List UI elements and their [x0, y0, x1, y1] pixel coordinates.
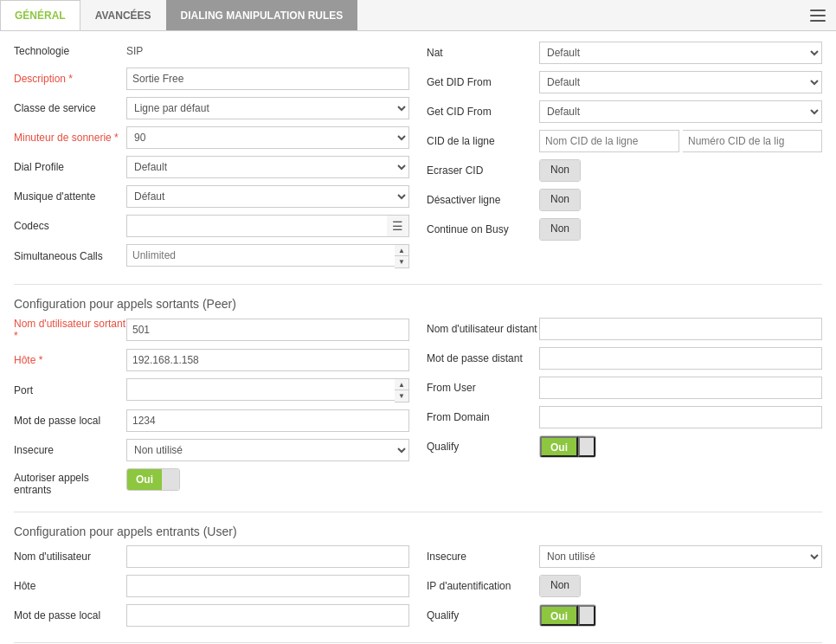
- nom-utilisateur-inbound-input[interactable]: [126, 545, 409, 568]
- qualify-outbound-non-btn[interactable]: [578, 436, 595, 457]
- port-input[interactable]: [126, 378, 395, 401]
- codecs-label: Codecs: [14, 220, 126, 232]
- mot-passe-distant-label: Mot de passe distant: [427, 352, 539, 364]
- cid-ligne-label: CID de la ligne: [427, 135, 539, 147]
- nat-label: Nat: [427, 47, 539, 59]
- mot-passe-local-outbound-input[interactable]: [126, 409, 409, 432]
- from-domain-label: From Domain: [427, 411, 539, 423]
- tab-general[interactable]: GÉNÉRAL: [0, 0, 80, 30]
- cid-num-input[interactable]: [683, 130, 822, 152]
- ip-auth-label: IP d'autentification: [427, 580, 539, 592]
- qualify-inbound-non-btn[interactable]: [578, 605, 595, 626]
- from-user-input[interactable]: [539, 377, 822, 399]
- ecraser-cid-toggle[interactable]: Non: [539, 159, 581, 182]
- inbound-section: Configuration pour appels entrants (User…: [14, 525, 822, 634]
- tab-avancees[interactable]: AVANCÉES: [80, 0, 166, 30]
- continue-busy-label: Continue on Busy: [427, 223, 539, 235]
- dial-profile-select[interactable]: Default: [126, 156, 409, 178]
- port-up[interactable]: ▲: [395, 379, 408, 390]
- musique-label: Musique d'attente: [14, 190, 126, 203]
- insecure-outbound-label: Insecure: [14, 444, 126, 456]
- simultaneous-down[interactable]: ▼: [395, 256, 408, 267]
- technologie-label: Technologie: [14, 45, 126, 57]
- outbound-title: Configuration pour appels sortants (Peer…: [14, 297, 822, 311]
- dial-profile-label: Dial Profile: [14, 161, 126, 173]
- qualify-inbound-oui-btn[interactable]: Oui: [540, 605, 578, 626]
- mot-passe-local-inbound-label: Mot de passe local: [14, 609, 126, 621]
- classe-service-select[interactable]: Ligne par défaut: [126, 97, 409, 119]
- technologie-value: SIP: [126, 42, 409, 61]
- codecs-input[interactable]: [126, 215, 387, 237]
- list-view-icon[interactable]: [800, 0, 836, 30]
- outbound-section: Configuration pour appels sortants (Peer…: [14, 297, 822, 503]
- autoriser-oui-btn[interactable]: Oui: [127, 469, 162, 490]
- port-down[interactable]: ▼: [395, 390, 408, 402]
- classe-service-label: Classe de service: [14, 102, 126, 114]
- get-did-select[interactable]: Default: [539, 71, 822, 93]
- autoriser-label: Autoriser appels entrants: [14, 468, 126, 496]
- desactiver-toggle[interactable]: Non: [539, 189, 581, 211]
- tab-dialing[interactable]: DIALING MANIPULATION RULES: [166, 0, 358, 30]
- hote-inbound-input[interactable]: [126, 575, 409, 597]
- insecure-inbound-label: Insecure: [427, 551, 539, 563]
- cid-nom-input[interactable]: [539, 130, 679, 152]
- svg-rect-0: [810, 10, 826, 11]
- hote-inbound-label: Hôte: [14, 580, 126, 592]
- inbound-title: Configuration pour appels entrants (User…: [14, 525, 822, 538]
- nom-utilisateur-inbound-label: Nom d'utilisateur: [14, 551, 126, 563]
- port-label: Port: [14, 384, 126, 396]
- codecs-list-icon[interactable]: ☰: [387, 215, 409, 237]
- insecure-inbound-select[interactable]: Non utilisé: [539, 545, 822, 568]
- minuteur-select[interactable]: 90: [126, 126, 409, 149]
- description-label: Description *: [14, 73, 126, 85]
- get-cid-select[interactable]: Default: [539, 100, 822, 123]
- qualify-outbound-label: Qualify: [427, 441, 539, 453]
- simultaneous-input[interactable]: [126, 244, 395, 267]
- hote-outbound-label: Hôte *: [14, 354, 126, 366]
- ip-auth-toggle[interactable]: Non: [539, 575, 581, 597]
- insecure-outbound-select[interactable]: Non utilisé: [126, 439, 409, 461]
- autoriser-non-btn[interactable]: [162, 469, 179, 490]
- simultaneous-label: Simultaneous Calls: [14, 250, 126, 262]
- ecraser-cid-label: Ecraser CID: [427, 164, 539, 177]
- svg-rect-1: [810, 15, 826, 16]
- from-user-label: From User: [427, 382, 539, 394]
- mot-passe-local-outbound-label: Mot de passe local: [14, 415, 126, 427]
- from-domain-input[interactable]: [539, 406, 822, 428]
- nom-utilisateur-distant-input[interactable]: [539, 318, 822, 340]
- get-did-label: Get DID From: [427, 76, 539, 88]
- qualify-inbound-label: Qualify: [427, 609, 539, 621]
- simultaneous-up[interactable]: ▲: [395, 245, 408, 256]
- continue-busy-toggle[interactable]: Non: [539, 218, 581, 241]
- mot-passe-distant-input[interactable]: [539, 347, 822, 370]
- autoriser-toggle[interactable]: Oui: [126, 468, 180, 491]
- nom-utilisateur-distant-label: Nom d'utilisateur distant: [427, 323, 539, 335]
- svg-rect-2: [810, 20, 826, 22]
- nat-select[interactable]: Default: [539, 42, 822, 64]
- mot-passe-local-inbound-input[interactable]: [126, 604, 409, 627]
- description-input[interactable]: [126, 68, 409, 90]
- nom-utilisateur-sortant-input[interactable]: [126, 319, 409, 341]
- get-cid-label: Get CID From: [427, 106, 539, 118]
- qualify-outbound-oui-btn[interactable]: Oui: [540, 436, 578, 457]
- qualify-inbound-toggle[interactable]: Oui: [539, 604, 596, 627]
- nom-utilisateur-sortant-label: Nom d'utilisateur sortant *: [14, 318, 126, 342]
- qualify-outbound-toggle[interactable]: Oui: [539, 435, 596, 458]
- minuteur-label: Minuteur de sonnerie *: [14, 132, 126, 144]
- hote-outbound-input[interactable]: [126, 349, 409, 371]
- desactiver-label: Désactiver ligne: [427, 194, 539, 206]
- musique-select[interactable]: Défaut: [126, 185, 409, 208]
